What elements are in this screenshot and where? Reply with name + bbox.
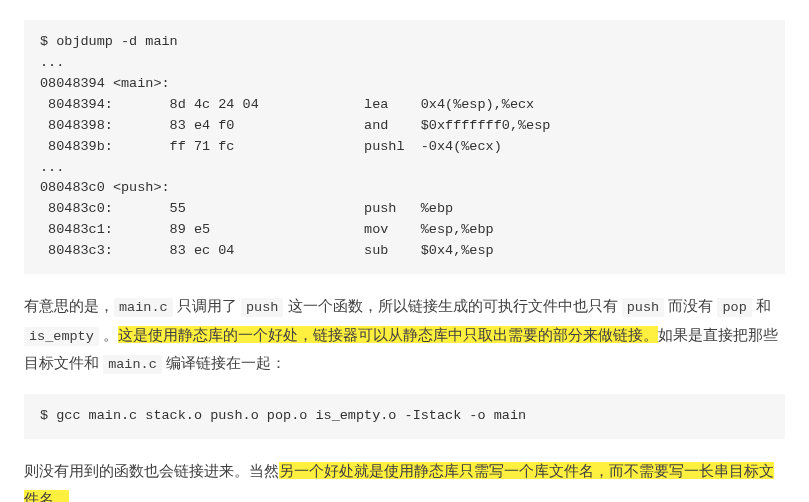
- paragraph-2: 则没有用到的函数也会链接进来。当然另一个好处就是使用静态库只需写一个库文件名，而…: [24, 457, 785, 502]
- text: 有意思的是，: [24, 297, 114, 314]
- text: 编译链接在一起：: [162, 354, 286, 371]
- inline-code: pop: [717, 298, 751, 317]
- text: 而没有: [664, 297, 717, 314]
- text: 。: [99, 326, 118, 343]
- paragraph-1: 有意思的是，main.c 只调用了 push 这一个函数，所以链接生成的可执行文…: [24, 292, 785, 378]
- inline-code: is_empty: [24, 327, 99, 346]
- text: 只调用了: [173, 297, 241, 314]
- inline-code: push: [241, 298, 283, 317]
- text: 这一个函数，所以链接生成的可执行文件中也只有: [283, 297, 621, 314]
- code-block-gcc: $ gcc main.c stack.o push.o pop.o is_emp…: [24, 394, 785, 439]
- text: 则没有用到的函数也会链接进来。当然: [24, 462, 279, 479]
- code-block-objdump: $ objdump -d main ... 08048394 <main>: 8…: [24, 20, 785, 274]
- inline-code: main.c: [103, 355, 162, 374]
- inline-code: main.c: [114, 298, 173, 317]
- inline-code: push: [622, 298, 664, 317]
- highlight-benefit-1: 这是使用静态库的一个好处，链接器可以从静态库中只取出需要的部分来做链接。: [118, 326, 658, 343]
- text: 和: [752, 297, 771, 314]
